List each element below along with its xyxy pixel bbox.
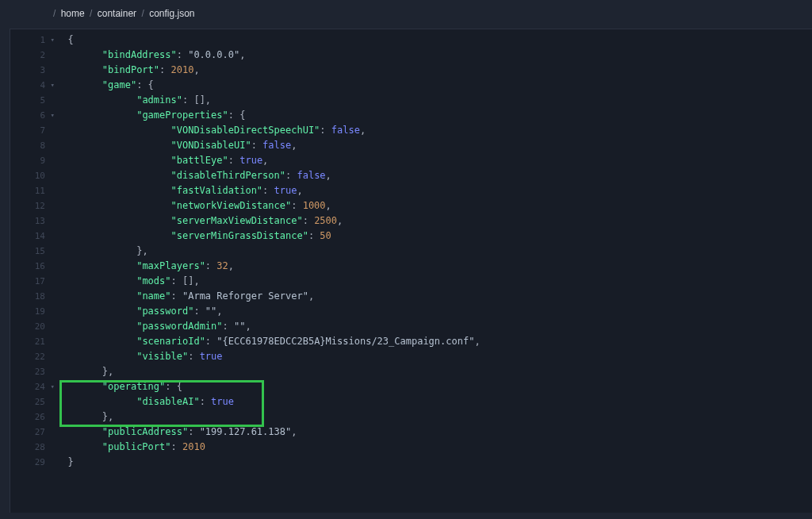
breadcrumb-sep: / [51, 8, 58, 19]
token-key: "publicPort" [102, 441, 171, 452]
token-boo: true [211, 396, 234, 407]
gutter-line: 11 [10, 183, 56, 198]
token-strv: "" [234, 321, 245, 332]
token-key: "game" [102, 79, 136, 90]
token-boo: false [331, 125, 360, 136]
code-line[interactable]: "VONDisableDirectSpeechUI": false, [56, 123, 812, 138]
code-line[interactable]: "password": "", [56, 304, 812, 319]
token-strv: "Arma Reforger Server" [182, 290, 308, 302]
gutter-line: 13 [10, 213, 56, 229]
token-p: : [205, 260, 216, 271]
line-number: 9 [40, 156, 45, 166]
token-key: "VONDisableDirectSpeechUI" [171, 125, 320, 136]
gutter-line: 12 [10, 198, 56, 213]
fold-toggle-icon[interactable]: ▾ [51, 382, 55, 391]
token-key: "name" [136, 290, 170, 302]
code-line[interactable]: "mods": [], [56, 274, 812, 289]
token-p: }, [102, 366, 113, 377]
token-key: "publicAddress" [102, 426, 188, 437]
token-key: "visible" [136, 351, 188, 362]
line-number: 14 [35, 231, 45, 241]
gutter-line: 29 [10, 455, 56, 470]
token-key: "disableAI" [136, 396, 199, 407]
token-num: 2500 [314, 215, 337, 226]
gutter-line: 5 [10, 93, 56, 108]
breadcrumb: / home / container / config.json [0, 0, 812, 29]
line-number: 8 [40, 140, 45, 151]
code-content[interactable]: { "bindAddress": "0.0.0.0", "bindPort": … [56, 29, 812, 470]
code-line[interactable]: }, [56, 244, 812, 259]
token-p: : [193, 306, 205, 317]
code-line[interactable]: "game": { [56, 78, 812, 93]
code-line[interactable]: "passwordAdmin": "", [56, 319, 812, 334]
token-p: : { [136, 79, 154, 90]
code-line[interactable]: "scenarioId": "{ECC61978EDCC2B5A}Mission… [56, 334, 812, 349]
line-number: 19 [35, 306, 45, 317]
code-line[interactable]: "serverMaxViewDistance": 2500, [56, 213, 812, 229]
code-line[interactable]: "gameProperties": { [56, 108, 812, 123]
code-line[interactable]: "visible": true [56, 349, 812, 364]
code-line[interactable]: "battlEye": true, [56, 153, 812, 168]
token-p: }, [102, 411, 113, 422]
token-num: 2010 [182, 441, 205, 452]
token-key: "networkViewDistance" [171, 200, 292, 211]
token-p: : [320, 125, 331, 136]
breadcrumb-seg-file[interactable]: config.json [149, 8, 194, 19]
code-line[interactable]: "serverMinGrassDistance": 50 [56, 229, 812, 244]
token-num: 50 [320, 230, 331, 241]
token-p: , [297, 185, 302, 196]
fold-toggle-icon[interactable]: ▾ [51, 35, 55, 44]
code-line[interactable]: }, [56, 364, 812, 379]
code-line[interactable]: "fastValidation": true, [56, 183, 812, 198]
token-key: "operating" [102, 381, 165, 392]
code-line[interactable]: "VONDisableUI": false, [56, 138, 812, 153]
token-key: "disableThirdPerson" [171, 170, 286, 181]
gutter-line: 23 [10, 364, 56, 379]
line-number: 17 [35, 276, 45, 286]
gutter-line: 20 [10, 319, 56, 334]
code-line[interactable]: "publicPort": 2010 [56, 440, 812, 455]
token-key: "maxPlayers" [136, 260, 205, 271]
token-p: , [239, 49, 245, 60]
code-line[interactable]: { [56, 33, 812, 48]
token-key: "bindAddress" [102, 49, 177, 60]
line-number: 18 [35, 291, 45, 302]
line-number: 16 [35, 261, 45, 271]
line-number: 21 [35, 336, 45, 347]
line-number: 15 [35, 246, 45, 256]
breadcrumb-seg-container[interactable]: container [98, 8, 136, 19]
code-line[interactable]: "disableAI": true [56, 394, 812, 409]
line-number: 11 [35, 186, 45, 196]
code-line[interactable]: "disableThirdPerson": false, [56, 168, 812, 183]
fold-toggle-icon[interactable]: ▾ [51, 110, 55, 120]
token-key: "mods" [136, 275, 170, 286]
token-key: "gameProperties" [136, 110, 228, 121]
line-number: 3 [40, 65, 45, 75]
gutter-line: 19 [10, 304, 56, 319]
token-p: , [245, 321, 251, 332]
code-line[interactable]: "publicAddress": "199.127.61.138", [56, 425, 812, 440]
code-line[interactable]: } [56, 455, 812, 470]
code-editor[interactable]: 1▾234▾56▾7891011121314151617181920212223… [10, 29, 812, 513]
code-line[interactable]: "networkViewDistance": 1000, [56, 198, 812, 213]
code-line[interactable]: "bindAddress": "0.0.0.0", [56, 48, 812, 63]
line-number: 29 [35, 457, 45, 467]
code-line[interactable]: "maxPlayers": 32, [56, 259, 812, 274]
code-line[interactable]: "operating": { [56, 379, 812, 394]
gutter-line: 8 [10, 138, 56, 153]
breadcrumb-seg-home[interactable]: home [61, 8, 85, 19]
gutter-line: 15 [10, 244, 56, 259]
breadcrumb-sep: / [139, 8, 146, 19]
code-line[interactable]: }, [56, 409, 812, 425]
gutter-line: 3 [10, 63, 56, 78]
code-line[interactable]: "admins": [], [56, 93, 812, 108]
line-number: 25 [35, 397, 45, 407]
token-p: : [], [171, 275, 200, 286]
code-line[interactable]: "bindPort": 2010, [56, 63, 812, 78]
line-number: 24 [35, 382, 45, 392]
token-num: 1000 [303, 200, 326, 211]
line-number: 10 [35, 171, 45, 181]
fold-toggle-icon[interactable]: ▾ [51, 80, 55, 90]
code-line[interactable]: "name": "Arma Reforger Server", [56, 289, 812, 304]
token-key: "fastValidation" [171, 185, 263, 196]
